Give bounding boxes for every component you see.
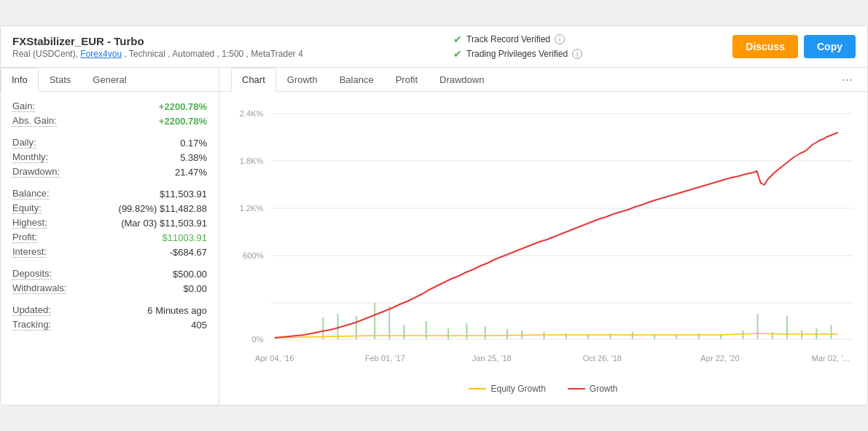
chart-tab-growth[interactable]: Growth xyxy=(276,68,329,92)
gain-label: Gain: xyxy=(12,100,35,112)
chart-tab-balance[interactable]: Balance xyxy=(329,68,385,92)
svg-rect-35 xyxy=(676,335,677,339)
updated-value: 6 Minutes ago xyxy=(147,305,207,316)
svg-rect-30 xyxy=(566,333,567,339)
legend-growth-label: Growth xyxy=(590,384,618,394)
abs-gain-label: Abs. Gain: xyxy=(12,115,57,127)
gain-row: Gain: +2200.78% xyxy=(12,100,207,112)
verified-section: ✔ Track Record Verified i ✔ Trading Priv… xyxy=(453,33,582,60)
svg-text:2.4K%: 2.4K% xyxy=(240,109,264,118)
balance-label: Balance: xyxy=(12,188,50,199)
account-subtitle: Real (USDCent), Forex4you , Technical , … xyxy=(12,49,303,59)
header-left: FXStabilizer_EUR - Turbo Real (USDCent),… xyxy=(12,35,303,59)
svg-text:0%: 0% xyxy=(251,335,263,344)
tracking-row: Tracking: 405 xyxy=(12,319,207,331)
svg-rect-25 xyxy=(466,323,467,339)
chart-legend: Equity Growth Growth xyxy=(227,378,860,403)
svg-rect-20 xyxy=(374,303,375,339)
monthly-label: Monthly: xyxy=(12,151,48,163)
main-body: Info Stats General Gain: +2200.78% Abs. … xyxy=(1,68,867,405)
track-record-label: Track Record Verified xyxy=(466,34,550,44)
daily-value: 0.17% xyxy=(180,138,207,149)
header: FXStabilizer_EUR - Turbo Real (USDCent),… xyxy=(1,26,867,68)
updated-label: Updated: xyxy=(12,304,51,316)
chart-area: .grid-line { stroke: #e8e8e8; stroke-wid… xyxy=(219,92,867,405)
svg-text:1.2K%: 1.2K% xyxy=(240,204,264,213)
chart-tabs: Chart Growth Balance Profit Drawdown ··· xyxy=(219,68,867,92)
trading-info-icon[interactable]: i xyxy=(572,49,582,59)
svg-rect-26 xyxy=(485,326,486,339)
profit-value: $11003.91 xyxy=(163,232,207,243)
abs-gain-value: +2200.78% xyxy=(159,116,207,127)
profit-row: Profit: $11003.91 xyxy=(12,232,207,243)
abs-gain-row: Abs. Gain: +2200.78% xyxy=(12,115,207,127)
tracking-label: Tracking: xyxy=(12,319,51,331)
chart-svg: .grid-line { stroke: #e8e8e8; stroke-wid… xyxy=(227,99,860,376)
drawdown-value: 21.47% xyxy=(175,167,207,178)
svg-rect-33 xyxy=(632,332,633,339)
legend-line-growth xyxy=(568,388,585,390)
svg-rect-18 xyxy=(337,314,339,339)
interest-value: -$684.67 xyxy=(170,247,207,258)
legend-line-equity xyxy=(469,388,486,390)
profit-label: Profit: xyxy=(12,232,37,243)
updated-row: Updated: 6 Minutes ago xyxy=(12,304,207,316)
broker-link[interactable]: Forex4you xyxy=(80,49,122,59)
svg-text:Mar 02, '...: Mar 02, '... xyxy=(812,354,850,363)
svg-rect-39 xyxy=(757,314,759,339)
tab-info[interactable]: Info xyxy=(1,68,39,92)
svg-rect-17 xyxy=(322,317,324,339)
discuss-button[interactable]: Discuss xyxy=(732,35,798,58)
tab-stats[interactable]: Stats xyxy=(39,68,82,92)
svg-text:1.8K%: 1.8K% xyxy=(240,157,264,165)
interest-row: Interest: -$684.67 xyxy=(12,246,207,258)
chart-options-button[interactable]: ··· xyxy=(839,69,856,90)
legend-growth: Growth xyxy=(568,384,618,394)
trading-privileges-label: Trading Privileges Verified xyxy=(466,49,568,59)
deposits-label: Deposits: xyxy=(12,268,52,280)
equity-value: (99.82%) $11,482.88 xyxy=(119,203,207,214)
highest-label: Highest: xyxy=(12,217,47,229)
svg-text:Apr 22, '20: Apr 22, '20 xyxy=(700,354,739,363)
withdrawals-value: $0.00 xyxy=(183,283,207,294)
svg-text:Feb 01, '17: Feb 01, '17 xyxy=(365,354,405,363)
track-record-verified: ✔ Track Record Verified i xyxy=(453,33,582,45)
left-tabs: Info Stats General xyxy=(1,68,219,92)
balance-row: Balance: $11,503.91 xyxy=(12,188,207,199)
subtitle-post: , Technical , Automated , 1:500 , MetaTr… xyxy=(122,49,303,59)
trading-privileges-verified: ✔ Trading Privileges Verified i xyxy=(453,48,582,60)
svg-text:Jan 25, '18: Jan 25, '18 xyxy=(472,354,512,363)
svg-rect-44 xyxy=(831,325,832,339)
chart-tab-chart[interactable]: Chart xyxy=(231,68,276,92)
monthly-value: 5.38% xyxy=(180,152,207,163)
check-icon-2: ✔ xyxy=(453,48,462,60)
svg-text:Apr 04, '16: Apr 04, '16 xyxy=(255,354,294,363)
svg-rect-29 xyxy=(544,332,545,339)
svg-rect-27 xyxy=(507,329,508,339)
drawdown-row: Drawdown: 21.47% xyxy=(12,166,207,178)
check-icon-1: ✔ xyxy=(453,33,462,45)
chart-tab-drawdown[interactable]: Drawdown xyxy=(429,68,495,92)
withdrawals-row: Withdrawals: $0.00 xyxy=(12,282,207,294)
svg-rect-22 xyxy=(404,325,405,339)
tracking-value: 405 xyxy=(191,320,207,331)
svg-rect-36 xyxy=(698,333,700,339)
tab-general[interactable]: General xyxy=(82,68,137,92)
daily-row: Daily: 0.17% xyxy=(12,137,207,149)
svg-rect-24 xyxy=(447,328,449,339)
svg-text:Oct 26, '18: Oct 26, '18 xyxy=(583,354,622,363)
chart-tab-profit[interactable]: Profit xyxy=(385,68,429,92)
copy-button[interactable]: Copy xyxy=(804,35,856,58)
svg-rect-42 xyxy=(801,331,802,339)
withdrawals-label: Withdrawals: xyxy=(12,282,66,294)
left-panel: Info Stats General Gain: +2200.78% Abs. … xyxy=(1,68,219,405)
subtitle-pre: Real (USDCent), xyxy=(12,49,80,59)
track-info-icon[interactable]: i xyxy=(555,34,565,44)
equity-label: Equity: xyxy=(12,202,42,214)
svg-text:600%: 600% xyxy=(243,251,264,260)
svg-rect-41 xyxy=(786,316,788,339)
deposits-value: $500.00 xyxy=(173,269,207,280)
legend-equity-label: Equity Growth xyxy=(490,384,545,394)
svg-rect-23 xyxy=(426,321,427,339)
svg-rect-38 xyxy=(742,331,743,339)
